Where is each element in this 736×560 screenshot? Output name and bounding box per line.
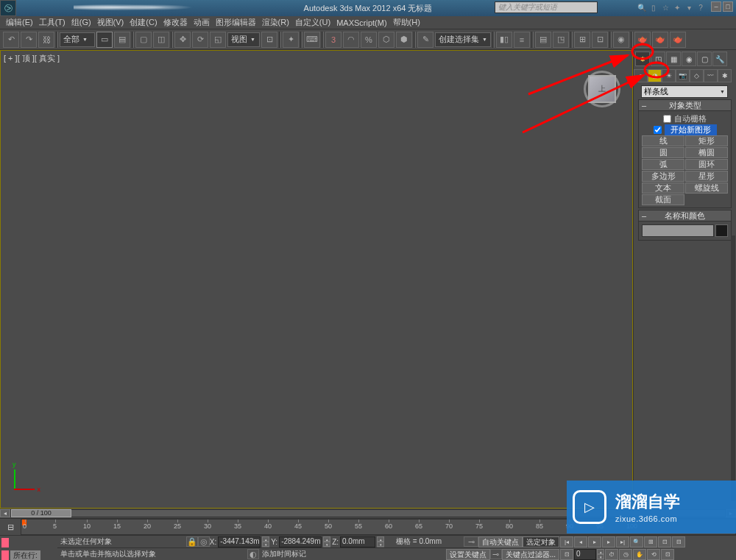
btn-ellipse[interactable]: 椭圆 bbox=[685, 147, 728, 158]
btn-arc[interactable]: 弧 bbox=[642, 159, 684, 170]
setkey-button[interactable]: 设置关键点 bbox=[446, 549, 490, 560]
btn-line[interactable]: 线 bbox=[642, 135, 684, 146]
cmd-tab-modify[interactable]: ◳ bbox=[651, 52, 665, 66]
menu-tools[interactable]: 工具(T) bbox=[39, 17, 66, 28]
object-name-input[interactable] bbox=[642, 224, 714, 237]
render-frame-button[interactable]: 🫖 bbox=[652, 32, 668, 48]
coord-z-input[interactable]: 0.0mm bbox=[340, 536, 375, 547]
nav-pan[interactable]: ✋ bbox=[633, 549, 646, 560]
viewport-top[interactable]: [ + ][ 顶 ][ 真实 ] 上 bbox=[0, 50, 633, 508]
subscription-icon[interactable]: ▯ bbox=[648, 1, 659, 13]
time-slider-thumb[interactable]: 0 / 100 bbox=[11, 509, 71, 517]
key-mode-icon[interactable]: ⊸ bbox=[464, 536, 478, 547]
menu-maxscript[interactable]: MAXScript(M) bbox=[336, 18, 386, 27]
viewport-label[interactable]: [ + ][ 顶 ][ 真实 ] bbox=[4, 53, 60, 64]
edged-faces-button[interactable]: ⬢ bbox=[396, 32, 412, 48]
rotate-button[interactable]: ⟳ bbox=[192, 32, 208, 48]
select-object-button[interactable]: ▭ bbox=[96, 32, 113, 48]
sub-helpers[interactable]: ◇ bbox=[690, 69, 704, 82]
btn-star[interactable]: 星形 bbox=[685, 171, 728, 182]
time-config-button[interactable]: ⏱ bbox=[605, 549, 618, 560]
menu-animation[interactable]: 动画 bbox=[194, 17, 210, 28]
add-time-tag[interactable]: 添加时间标记 bbox=[259, 549, 318, 559]
sub-geometry[interactable]: ● bbox=[634, 69, 648, 82]
manipulate-button[interactable]: ✦ bbox=[283, 32, 299, 48]
mirror-button[interactable]: ▮▯ bbox=[496, 32, 512, 48]
layer-button[interactable]: ▤ bbox=[535, 32, 551, 48]
btn-section[interactable]: 截面 bbox=[642, 194, 684, 205]
coord-x-spinner[interactable]: ▴▾ bbox=[262, 536, 269, 547]
menu-edit[interactable]: 编辑(E) bbox=[6, 17, 33, 28]
schematic-button[interactable]: ⊡ bbox=[592, 32, 608, 48]
align-button[interactable]: ≡ bbox=[514, 32, 530, 48]
nav-fov[interactable]: ◷ bbox=[619, 549, 632, 560]
cmd-tab-hierarchy[interactable]: ▦ bbox=[666, 52, 681, 66]
menu-create[interactable]: 创建(C) bbox=[130, 17, 157, 28]
selection-filter-dropdown[interactable]: 全部 bbox=[60, 32, 95, 47]
rollout-header-type[interactable]: 对象类型 bbox=[639, 100, 731, 111]
coord-x-input[interactable]: -3447.143m bbox=[218, 536, 261, 547]
frame-input[interactable]: 0 bbox=[574, 549, 596, 560]
select-by-name-button[interactable]: ▤ bbox=[114, 32, 130, 48]
startnew-checkbox[interactable] bbox=[654, 126, 662, 134]
nav-orbit[interactable]: ⟲ bbox=[647, 549, 660, 560]
menu-grapheditors[interactable]: 图形编辑器 bbox=[216, 17, 256, 28]
pivot-center-button[interactable]: ⊡ bbox=[261, 32, 277, 48]
curve-editor-button[interactable]: ⊞ bbox=[574, 32, 590, 48]
time-tag-icon[interactable]: ◐ bbox=[247, 549, 259, 559]
coord-z-spinner[interactable]: ▴▾ bbox=[377, 536, 384, 547]
undo-button[interactable]: ↶ bbox=[3, 32, 19, 48]
help-search-input[interactable]: 键入关键字或短语 bbox=[495, 1, 598, 13]
exchange-icon[interactable]: ☆ bbox=[659, 1, 671, 13]
sub-systems[interactable]: ✱ bbox=[718, 69, 732, 82]
search-icon[interactable]: 🔍 bbox=[636, 1, 648, 13]
btn-text[interactable]: 文本 bbox=[642, 182, 684, 194]
coord-y-spinner[interactable]: ▴▾ bbox=[323, 536, 330, 547]
window-crossing-button[interactable]: ◫ bbox=[153, 32, 169, 48]
goto-end-button[interactable]: ▸| bbox=[616, 536, 629, 547]
select-region-button[interactable]: ▢ bbox=[135, 32, 152, 48]
next-frame-button[interactable]: ▸ bbox=[602, 536, 615, 547]
render-setup-button[interactable]: 🫖 bbox=[634, 32, 651, 48]
prev-frame-button[interactable]: ◂ bbox=[574, 536, 587, 547]
menu-group[interactable]: 组(G) bbox=[71, 17, 91, 28]
panel-scroll-track[interactable] bbox=[731, 235, 735, 501]
trackbar-toggle[interactable]: ⊟ bbox=[0, 519, 21, 535]
nav-zoom-ext-all[interactable]: ⊟ bbox=[672, 536, 685, 547]
menu-modifiers[interactable]: 修改器 bbox=[163, 17, 188, 28]
cmd-tab-display[interactable]: ▢ bbox=[697, 52, 712, 66]
menu-views[interactable]: 视图(V) bbox=[97, 17, 124, 28]
graphite-button[interactable]: ◳ bbox=[553, 32, 569, 48]
object-color-swatch[interactable] bbox=[715, 224, 728, 237]
selection-lock-icon[interactable]: 🔒 bbox=[186, 536, 198, 547]
isolate-icon[interactable]: ◎ bbox=[198, 536, 210, 547]
rollout-header-name[interactable]: 名称和颜色 bbox=[639, 210, 731, 221]
move-button[interactable]: ✥ bbox=[174, 32, 191, 48]
btn-ngon[interactable]: 多边形 bbox=[642, 171, 684, 182]
snap-toggle-button[interactable]: 3 bbox=[325, 32, 342, 48]
nav-zoom[interactable]: 🔍 bbox=[630, 536, 643, 547]
viewcube-face[interactable]: 上 bbox=[588, 75, 616, 103]
category-dropdown[interactable]: 样条线 bbox=[641, 85, 728, 98]
btn-circle[interactable]: 圆 bbox=[642, 147, 684, 158]
sub-cameras[interactable]: 📷 bbox=[676, 69, 690, 82]
keymode-button[interactable]: ⊡ bbox=[560, 549, 573, 560]
nav-max-toggle[interactable]: ⊡ bbox=[661, 549, 674, 560]
sub-lights[interactable]: ☀ bbox=[662, 69, 676, 82]
cmd-tab-motion[interactable]: ◉ bbox=[682, 52, 696, 66]
selected-dropdown[interactable]: 选定对象 bbox=[523, 536, 559, 547]
ref-coord-dropdown[interactable]: 视图 bbox=[227, 32, 260, 47]
menu-rendering[interactable]: 渲染(R) bbox=[262, 17, 289, 28]
minimize-button[interactable]: – bbox=[711, 1, 721, 12]
named-sel-dropdown[interactable]: 创建选择集 bbox=[435, 32, 491, 47]
cmd-tab-utilities[interactable]: 🔧 bbox=[712, 52, 727, 66]
spinner-snap-button[interactable]: ⬡ bbox=[378, 32, 394, 48]
named-sel-button[interactable]: ✎ bbox=[417, 32, 434, 48]
link-button[interactable]: ⛓ bbox=[38, 32, 54, 48]
btn-donut[interactable]: 圆环 bbox=[685, 159, 728, 170]
keyfilter-button[interactable]: 关键点过滤器... bbox=[502, 549, 559, 560]
frame-spinner[interactable]: ▴▾ bbox=[597, 549, 604, 560]
render-button[interactable]: 🫖 bbox=[670, 32, 686, 48]
setkey-anim-button[interactable]: ⊸ bbox=[490, 549, 502, 559]
btn-helix[interactable]: 螺旋线 bbox=[685, 182, 728, 194]
